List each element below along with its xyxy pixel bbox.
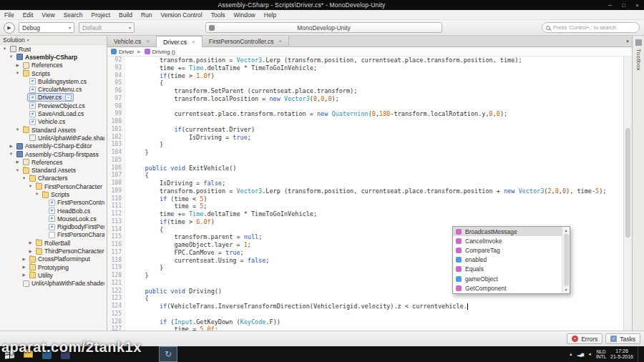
expander-icon[interactable]: ▼ [14,126,21,134]
tree-item-headbob-cs[interactable]: HeadBob.cs [0,207,107,215]
code-line[interactable] [130,310,623,318]
code-line[interactable]: transform.localPosition = new Vector3(0,… [130,95,623,103]
expander-icon[interactable]: ▶ [21,263,27,271]
expander-icon[interactable]: ▼ [8,150,14,158]
tree-item-rigidbodyfirstpersoncont[interactable]: RigidbodyFirstPersonCont [0,223,107,231]
code-line[interactable] [130,157,623,165]
toolbox-tab[interactable]: Toolbox [635,49,642,71]
expander-icon[interactable]: ▼ [1,45,8,53]
tree-item-firstpersoncharacterguideline[interactable]: FirstPersonCharacterGuideline [0,231,107,239]
title-bar[interactable]: Assembly-CSharp - Scripts\Driver.cs* - M… [0,0,644,10]
tree-item-standard-assets[interactable]: ▼Standard Assets [0,166,107,174]
global-search[interactable] [542,22,640,33]
tree-item-scripts[interactable]: ▼Scripts [0,69,107,77]
code-line[interactable]: if(VehicleTrans.InverseTransformDirectio… [130,303,623,310]
maximize-icon[interactable]: □ [617,0,630,10]
tree-item-references[interactable]: ▶References [0,158,107,166]
code-line[interactable]: IsDriving = false; [130,180,623,187]
scroll-down-icon[interactable]: ▼ [565,288,568,292]
tree-item-previewobject-cs[interactable]: PreviewObject.cs [0,102,107,109]
tasks-button[interactable]: ✓ Tasks [605,333,640,344]
tree-item-unlitalphawithfade-shader[interactable]: UnlitAlphaWithFade.shader [0,280,107,288]
tree-item-rust[interactable]: ▼Rust [0,45,107,53]
scroll-up-icon[interactable]: ▲ [565,228,568,233]
breadcrumb-item-driving[interactable]: Driving () [145,49,175,55]
code-line[interactable]: if (Input.GetKeyDown (KeyCode.F)) [130,318,623,326]
menu-item-search[interactable]: Search [59,10,87,19]
tree-item-assembly-csharp-editor[interactable]: ▶Assembly-CSharp-Editor [0,142,107,150]
taskbar-app-1[interactable] [37,346,56,362]
tab-firstpersoncontroller-cs[interactable]: FirstPersonController.cs× [203,36,289,47]
item-options-button[interactable]: ▪ [65,94,72,101]
code-line[interactable]: IsDriving = true; [130,134,623,142]
taskbar-monodevelop-active[interactable]: ↻ [159,346,177,362]
scrollbar-thumb[interactable] [625,128,630,238]
menu-item-tools[interactable]: Tools [207,10,230,19]
tree-item-standard-assets[interactable]: ▼Standard Assets [0,126,107,134]
menu-item-run[interactable]: Run [137,10,157,19]
code-line[interactable]: if(time > 6.0f) [130,218,623,226]
code-line[interactable]: { [130,79,623,87]
expander-icon[interactable]: ▶ [27,239,34,247]
tree-item-scripts[interactable]: ▼Scripts [0,190,107,198]
code-line[interactable] [130,118,623,126]
search-input[interactable] [553,24,635,31]
menu-item-file[interactable]: File [0,10,19,19]
code-line[interactable]: if (time < 5) [130,195,623,203]
code-line[interactable]: time = 5.0f; [130,326,623,331]
errors-button[interactable]: × Errors [567,333,602,344]
show-desktop-button[interactable] [638,346,641,362]
language-indicator[interactable]: NLD INTL [596,349,606,359]
autocomplete-item-enabled[interactable]: enabled [453,255,562,265]
tree-item-rollerball[interactable]: ▶RollerBall [0,239,107,247]
start-button[interactable] [0,346,19,362]
tree-item-driver-cs[interactable]: Driver.cs▪ [0,94,107,102]
menu-item-version-control[interactable]: Version Control [157,10,207,19]
minimize-icon[interactable]: ─ [603,0,617,10]
tree-item-buildingsystem-cs[interactable]: Buildingsystem.cs [0,77,107,85]
close-tab-icon[interactable]: × [278,38,282,44]
tree-item-prototyping[interactable]: ▶Prototyping [0,263,107,271]
menu-item-view[interactable]: View [37,10,59,19]
close-tab-icon[interactable]: × [146,38,150,44]
autocomplete-item-comparetag[interactable]: CompareTag [453,245,562,255]
tree-item-characters[interactable]: ▼Characters [0,175,107,182]
expander-icon[interactable]: ▶ [14,158,21,166]
expander-icon[interactable]: ▶ [21,271,27,279]
code-line[interactable]: transform.position = Vector3.Lerp (trans… [130,187,623,195]
close-icon[interactable]: × [630,0,644,10]
expander-icon[interactable]: ▼ [14,69,21,77]
code-line[interactable]: public void ExitVehicle() [130,165,623,172]
expander-icon[interactable]: ▶ [8,142,14,150]
taskbar-file-explorer[interactable] [19,346,37,362]
menu-item-window[interactable]: Window [230,10,260,19]
code-line[interactable]: time += Time.deltaTime * TimeToGoInVehic… [130,64,623,72]
tree-item-firstpersoncharacter[interactable]: ▼FirstPersonCharacter [0,182,107,190]
expander-icon[interactable]: ▶ [27,248,34,255]
autocomplete-scrollbar[interactable]: ▲ ▼ [562,227,570,293]
tree-item-firstpersoncontroller-cs[interactable]: FirstPersonController.cs [0,199,107,207]
menu-item-build[interactable]: Build [114,10,137,19]
expander-icon[interactable]: ▼ [14,167,21,175]
code-line[interactable]: } [130,149,623,157]
expander-icon[interactable]: ▼ [34,190,40,198]
expander-icon[interactable]: ▼ [8,53,14,61]
run-button[interactable]: ▶ [4,22,15,34]
autocomplete-item-cancelinvoke[interactable]: CancelInvoke [453,236,562,245]
tree-item-assembly-csharp[interactable]: ▼Assembly-CSharp [0,53,107,61]
code-line[interactable]: if(time > 1.0f) [130,72,623,80]
tree-item-references[interactable]: ▶References [0,62,107,69]
speaker-icon[interactable]: ◄ [587,352,592,356]
close-tab-icon[interactable]: × [192,39,195,45]
tree-item-utility[interactable]: ▶Utility [0,271,107,279]
code-line[interactable]: time += Time.deltaTime * TimeToGoInVehic… [130,210,623,218]
tree-item-thirdpersoncharacter[interactable]: ▶ThirdPersonCharacter [0,247,107,255]
expander-icon[interactable]: ▼ [27,182,34,190]
code-line[interactable]: transform.position = Vector3.Lerp (trans… [130,57,623,64]
tree-item-assembly-csharp-firstpass[interactable]: ▼Assembly-CSharp-firstpass [0,150,107,158]
hidden-icons-chevron-icon[interactable]: ▲ [569,352,573,356]
run-target-dropdown[interactable]: Default ▾ [79,22,135,33]
code-line[interactable]: time = 5; [130,202,623,210]
tab-vehicle-cs[interactable]: Vehicle.cs× [107,36,157,47]
code-line[interactable]: transform.SetParent (currentseat.place.t… [130,87,623,95]
